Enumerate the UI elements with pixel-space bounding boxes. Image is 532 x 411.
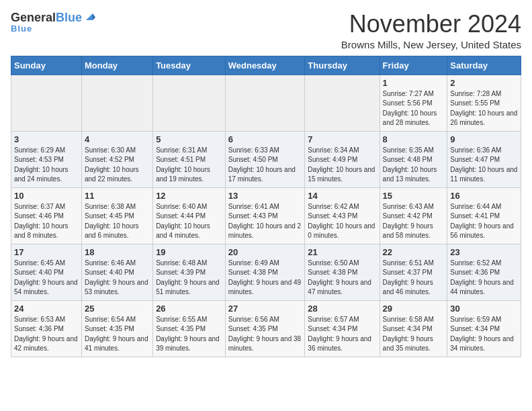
day-number: 29 xyxy=(383,304,445,314)
day-info: Sunrise: 6:58 AM Sunset: 4:34 PM Dayligh… xyxy=(383,315,445,354)
calendar-cell: 7Sunrise: 6:34 AM Sunset: 4:49 PM Daylig… xyxy=(305,131,380,187)
day-info: Sunrise: 6:59 AM Sunset: 4:34 PM Dayligh… xyxy=(450,315,518,354)
day-info: Sunrise: 6:35 AM Sunset: 4:48 PM Dayligh… xyxy=(383,146,445,185)
day-number: 12 xyxy=(156,191,222,201)
day-info: Sunrise: 6:56 AM Sunset: 4:35 PM Dayligh… xyxy=(228,315,302,354)
calendar-cell: 24Sunrise: 6:53 AM Sunset: 4:36 PM Dayli… xyxy=(11,300,82,357)
day-info: Sunrise: 6:40 AM Sunset: 4:44 PM Dayligh… xyxy=(156,202,222,241)
day-info: Sunrise: 6:31 AM Sunset: 4:51 PM Dayligh… xyxy=(156,146,222,185)
day-info: Sunrise: 6:45 AM Sunset: 4:40 PM Dayligh… xyxy=(14,259,79,298)
day-info: Sunrise: 6:33 AM Sunset: 4:50 PM Dayligh… xyxy=(228,146,302,185)
day-info: Sunrise: 7:28 AM Sunset: 5:55 PM Dayligh… xyxy=(450,89,518,128)
day-number: 27 xyxy=(228,304,302,314)
subtitle: Browns Mills, New Jersey, United States xyxy=(341,39,521,50)
day-info: Sunrise: 6:55 AM Sunset: 4:35 PM Dayligh… xyxy=(156,315,222,354)
day-info: Sunrise: 6:52 AM Sunset: 4:36 PM Dayligh… xyxy=(450,259,518,298)
day-number: 13 xyxy=(228,191,302,201)
day-number: 2 xyxy=(450,78,518,88)
calendar-cell: 23Sunrise: 6:52 AM Sunset: 4:36 PM Dayli… xyxy=(447,244,521,300)
calendar-cell: 2Sunrise: 7:28 AM Sunset: 5:55 PM Daylig… xyxy=(447,75,521,131)
day-info: Sunrise: 6:57 AM Sunset: 4:34 PM Dayligh… xyxy=(308,315,376,354)
day-number: 25 xyxy=(85,304,150,314)
calendar-cell xyxy=(81,75,152,131)
calendar-cell: 9Sunrise: 6:36 AM Sunset: 4:47 PM Daylig… xyxy=(447,131,521,187)
calendar-cell: 3Sunrise: 6:29 AM Sunset: 4:53 PM Daylig… xyxy=(11,131,82,187)
day-number: 20 xyxy=(228,247,302,257)
calendar-cell: 26Sunrise: 6:55 AM Sunset: 4:35 PM Dayli… xyxy=(153,300,226,357)
day-info: Sunrise: 6:34 AM Sunset: 4:49 PM Dayligh… xyxy=(308,146,376,185)
calendar-cell: 20Sunrise: 6:49 AM Sunset: 4:38 PM Dayli… xyxy=(225,244,305,300)
main-title: November 2024 xyxy=(341,11,521,38)
day-info: Sunrise: 6:29 AM Sunset: 4:53 PM Dayligh… xyxy=(14,146,79,185)
day-info: Sunrise: 6:50 AM Sunset: 4:38 PM Dayligh… xyxy=(308,259,376,298)
calendar-header-row: SundayMondayTuesdayWednesdayThursdayFrid… xyxy=(11,56,521,75)
logo-general-text: General xyxy=(11,11,56,25)
header-friday: Friday xyxy=(380,56,447,75)
calendar-cell: 17Sunrise: 6:45 AM Sunset: 4:40 PM Dayli… xyxy=(11,244,82,300)
day-number: 10 xyxy=(14,191,79,201)
calendar-table: SundayMondayTuesdayWednesdayThursdayFrid… xyxy=(11,56,521,357)
day-number: 19 xyxy=(156,247,222,257)
day-number: 4 xyxy=(85,134,150,144)
header-saturday: Saturday xyxy=(447,56,521,75)
calendar-cell: 14Sunrise: 6:42 AM Sunset: 4:43 PM Dayli… xyxy=(305,187,380,244)
day-number: 15 xyxy=(383,191,445,201)
calendar-cell: 13Sunrise: 6:41 AM Sunset: 4:43 PM Dayli… xyxy=(225,187,305,244)
calendar-week-row: 24Sunrise: 6:53 AM Sunset: 4:36 PM Dayli… xyxy=(11,300,521,357)
calendar-cell: 22Sunrise: 6:51 AM Sunset: 4:37 PM Dayli… xyxy=(380,244,447,300)
day-number: 21 xyxy=(308,247,376,257)
day-info: Sunrise: 6:42 AM Sunset: 4:43 PM Dayligh… xyxy=(308,202,376,241)
header-thursday: Thursday xyxy=(305,56,380,75)
logo-blue-text: Blue xyxy=(56,11,82,25)
calendar-cell: 8Sunrise: 6:35 AM Sunset: 4:48 PM Daylig… xyxy=(380,131,447,187)
calendar-cell: 30Sunrise: 6:59 AM Sunset: 4:34 PM Dayli… xyxy=(447,300,521,357)
calendar-cell xyxy=(305,75,380,131)
day-number: 3 xyxy=(14,134,79,144)
day-info: Sunrise: 6:38 AM Sunset: 4:45 PM Dayligh… xyxy=(85,202,150,241)
logo-subtitle: Blue xyxy=(11,24,32,34)
day-info: Sunrise: 6:41 AM Sunset: 4:43 PM Dayligh… xyxy=(228,202,302,241)
calendar-cell: 11Sunrise: 6:38 AM Sunset: 4:45 PM Dayli… xyxy=(81,187,152,244)
title-block: November 2024 Browns Mills, New Jersey, … xyxy=(341,11,521,50)
calendar-cell: 15Sunrise: 6:43 AM Sunset: 4:42 PM Dayli… xyxy=(380,187,447,244)
day-info: Sunrise: 6:30 AM Sunset: 4:52 PM Dayligh… xyxy=(85,146,150,185)
day-info: Sunrise: 6:43 AM Sunset: 4:42 PM Dayligh… xyxy=(383,202,445,241)
calendar-cell xyxy=(153,75,226,131)
day-number: 6 xyxy=(228,134,302,144)
day-number: 5 xyxy=(156,134,222,144)
day-number: 22 xyxy=(383,247,445,257)
header-sunday: Sunday xyxy=(11,56,82,75)
day-number: 1 xyxy=(383,78,445,88)
calendar-cell: 16Sunrise: 6:44 AM Sunset: 4:41 PM Dayli… xyxy=(447,187,521,244)
calendar-cell xyxy=(11,75,82,131)
header-tuesday: Tuesday xyxy=(153,56,226,75)
day-number: 18 xyxy=(85,247,150,257)
calendar-cell: 5Sunrise: 6:31 AM Sunset: 4:51 PM Daylig… xyxy=(153,131,226,187)
calendar-cell xyxy=(225,75,305,131)
day-number: 16 xyxy=(450,191,518,201)
calendar-week-row: 1Sunrise: 7:27 AM Sunset: 5:56 PM Daylig… xyxy=(11,75,521,131)
page-header: General Blue Blue November 2024 Browns M… xyxy=(11,11,521,50)
svg-marker-0 xyxy=(86,13,93,20)
calendar-cell: 19Sunrise: 6:48 AM Sunset: 4:39 PM Dayli… xyxy=(153,244,226,300)
header-wednesday: Wednesday xyxy=(225,56,305,75)
day-info: Sunrise: 6:49 AM Sunset: 4:38 PM Dayligh… xyxy=(228,259,302,298)
day-number: 9 xyxy=(450,134,518,144)
day-number: 26 xyxy=(156,304,222,314)
day-number: 23 xyxy=(450,247,518,257)
day-number: 14 xyxy=(308,191,376,201)
logo-icon xyxy=(83,11,95,23)
calendar-cell: 10Sunrise: 6:37 AM Sunset: 4:46 PM Dayli… xyxy=(11,187,82,244)
day-info: Sunrise: 6:53 AM Sunset: 4:36 PM Dayligh… xyxy=(14,315,79,354)
day-info: Sunrise: 6:48 AM Sunset: 4:39 PM Dayligh… xyxy=(156,259,222,298)
calendar-cell: 29Sunrise: 6:58 AM Sunset: 4:34 PM Dayli… xyxy=(380,300,447,357)
header-monday: Monday xyxy=(81,56,152,75)
calendar-cell: 12Sunrise: 6:40 AM Sunset: 4:44 PM Dayli… xyxy=(153,187,226,244)
day-info: Sunrise: 6:46 AM Sunset: 4:40 PM Dayligh… xyxy=(85,259,150,298)
day-number: 24 xyxy=(14,304,79,314)
calendar-cell: 1Sunrise: 7:27 AM Sunset: 5:56 PM Daylig… xyxy=(380,75,447,131)
day-number: 17 xyxy=(14,247,79,257)
day-info: Sunrise: 6:37 AM Sunset: 4:46 PM Dayligh… xyxy=(14,202,79,241)
logo: General Blue Blue xyxy=(11,11,95,34)
calendar-cell: 18Sunrise: 6:46 AM Sunset: 4:40 PM Dayli… xyxy=(81,244,152,300)
